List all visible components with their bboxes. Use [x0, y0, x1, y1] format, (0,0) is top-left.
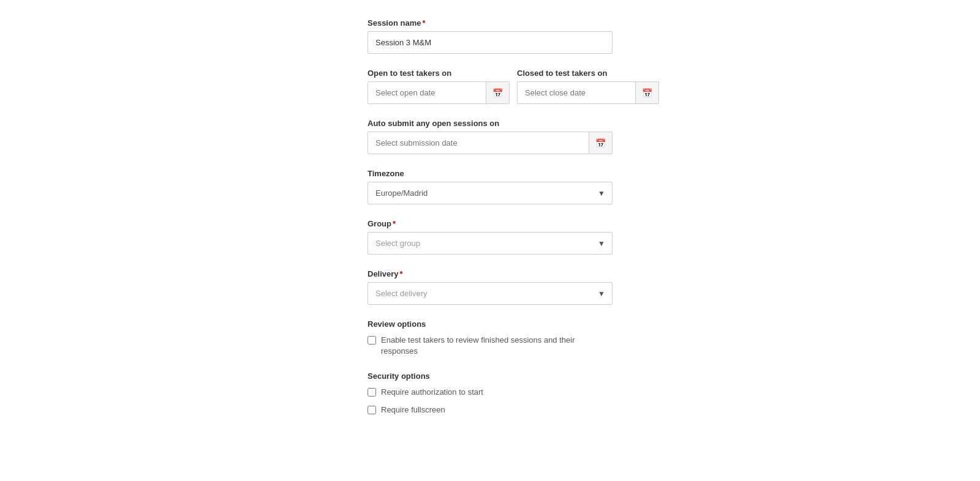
timezone-select-wrapper: Europe/Madrid UTC America/New_York Ameri… [368, 182, 612, 204]
date-row: Open to test takers on 📅 Closed to test … [368, 69, 612, 104]
auto-submit-input-wrapper: 📅 [368, 132, 612, 154]
open-date-input[interactable] [368, 82, 486, 103]
security-options-title: Security options [368, 371, 612, 381]
security-auth-label[interactable]: Require authorization to start [381, 387, 483, 398]
open-date-input-wrapper: 📅 [368, 81, 510, 104]
session-name-label-text: Session name [368, 18, 421, 28]
session-name-input[interactable] [368, 31, 612, 54]
auto-submit-input[interactable] [368, 132, 589, 154]
group-select[interactable]: Select group [368, 232, 612, 255]
delivery-label: Delivery* [368, 269, 612, 278]
group-label: Group* [368, 219, 612, 228]
required-star: * [422, 18, 425, 28]
review-checkbox-label[interactable]: Enable test takers to review finished se… [381, 335, 612, 357]
delivery-select[interactable]: Select delivery [368, 282, 612, 305]
security-options-section: Security options Require authorization t… [368, 371, 612, 415]
review-options-section: Review options Enable test takers to rev… [368, 319, 612, 357]
page-container: Session name* Open to test takers on 📅 C… [0, 0, 980, 481]
calendar-icon: 📅 [492, 88, 503, 98]
form-container: Session name* Open to test takers on 📅 C… [368, 12, 612, 469]
review-checkbox[interactable] [368, 336, 376, 345]
close-date-calendar-button[interactable]: 📅 [635, 82, 658, 103]
timezone-select[interactable]: Europe/Madrid UTC America/New_York Ameri… [368, 182, 612, 204]
calendar-icon-submit: 📅 [595, 138, 606, 148]
required-star-group: * [393, 219, 396, 228]
group-select-wrapper: Select group ▼ [368, 232, 612, 255]
close-date-input-wrapper: 📅 [517, 81, 659, 104]
security-fullscreen-row: Require fullscreen [368, 405, 612, 416]
security-auth-row: Require authorization to start [368, 387, 612, 398]
auto-submit-label: Auto submit any open sessions on [368, 119, 612, 128]
security-fullscreen-label[interactable]: Require fullscreen [381, 405, 445, 416]
group-label-text: Group [368, 219, 391, 228]
delivery-label-text: Delivery [368, 269, 399, 278]
session-name-label: Session name* [368, 18, 612, 28]
open-date-field: Open to test takers on 📅 [368, 69, 510, 104]
open-date-label: Open to test takers on [368, 69, 510, 78]
security-auth-checkbox[interactable] [368, 388, 376, 397]
delivery-select-wrapper: Select delivery ▼ [368, 282, 612, 305]
close-date-input[interactable] [518, 82, 635, 103]
auto-submit-field: Auto submit any open sessions on 📅 [368, 119, 612, 154]
auto-submit-calendar-button[interactable]: 📅 [589, 132, 612, 154]
calendar-icon-close: 📅 [642, 88, 652, 98]
close-date-field: Closed to test takers on 📅 [517, 69, 659, 104]
security-fullscreen-checkbox[interactable] [368, 406, 376, 414]
timezone-label: Timezone [368, 169, 612, 178]
timezone-field: Timezone Europe/Madrid UTC America/New_Y… [368, 169, 612, 204]
close-date-label: Closed to test takers on [517, 69, 659, 78]
review-checkbox-row: Enable test takers to review finished se… [368, 335, 612, 357]
delivery-field: Delivery* Select delivery ▼ [368, 269, 612, 305]
open-date-calendar-button[interactable]: 📅 [486, 82, 509, 103]
session-name-field: Session name* [368, 18, 612, 54]
review-options-title: Review options [368, 319, 612, 329]
required-star-delivery: * [400, 269, 403, 278]
group-field: Group* Select group ▼ [368, 219, 612, 255]
